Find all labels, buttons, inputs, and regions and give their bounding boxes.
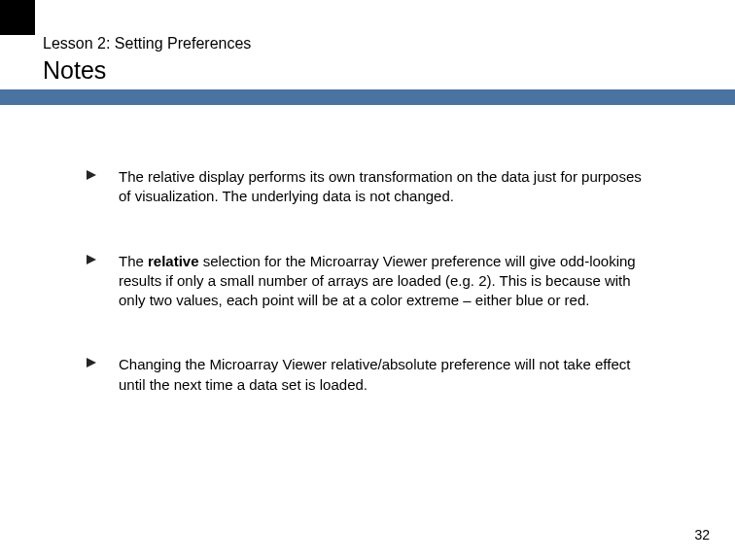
- bullet-text: The relative selection for the Microarra…: [119, 252, 649, 311]
- list-item: Changing the Microarray Viewer relative/…: [86, 355, 649, 395]
- divider-bar: [0, 89, 735, 105]
- bullet-text: Changing the Microarray Viewer relative/…: [119, 355, 649, 395]
- page-number: 32: [694, 527, 710, 542]
- triangle-icon: [86, 254, 97, 265]
- slide-title: Notes: [43, 56, 106, 85]
- svg-marker-0: [87, 170, 96, 180]
- bullet-text: The relative display performs its own tr…: [119, 167, 649, 207]
- bullet-list: The relative display performs its own tr…: [86, 167, 649, 439]
- list-item: The relative display performs its own tr…: [86, 167, 649, 207]
- lesson-label: Lesson 2: Setting Preferences: [43, 35, 251, 52]
- triangle-icon: [86, 357, 97, 368]
- svg-marker-1: [87, 255, 96, 264]
- list-item: The relative selection for the Microarra…: [86, 252, 649, 311]
- corner-block: [0, 0, 35, 35]
- triangle-icon: [86, 169, 97, 181]
- slide: Lesson 2: Setting Preferences Notes The …: [0, 0, 735, 560]
- svg-marker-2: [87, 358, 96, 368]
